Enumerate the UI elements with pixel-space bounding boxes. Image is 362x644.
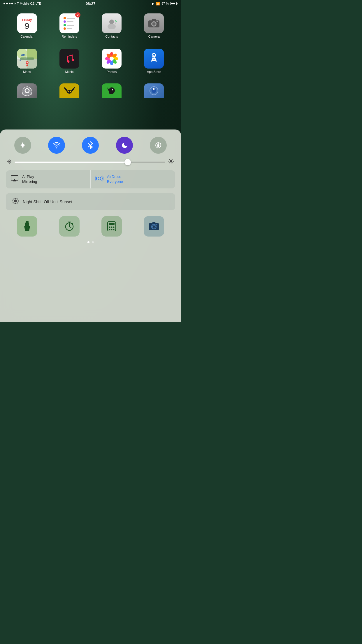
- night-shift-svg: [12, 197, 19, 205]
- svg-text:C: C: [115, 24, 116, 26]
- airplay-airdrop-row: AirPlayMirroring AirDrop:Everyone: [6, 170, 175, 188]
- svg-point-88: [111, 227, 113, 228]
- rotation-lock-button[interactable]: [150, 137, 167, 154]
- reminders-badge: 2: [75, 12, 80, 18]
- app-item-unknown-partial[interactable]: [133, 81, 175, 100]
- airplay-button[interactable]: AirPlayMirroring: [6, 170, 91, 188]
- svg-point-54: [170, 160, 172, 162]
- sun-small-icon: [7, 159, 12, 164]
- night-shift-button[interactable]: Night Shift: Off Until Sunset: [6, 193, 175, 210]
- timer-button[interactable]: [59, 216, 80, 237]
- app-label-appstore: App Store: [147, 70, 161, 74]
- svg-rect-13: [17, 59, 27, 69]
- app-item-evernote-partial[interactable]: [91, 81, 133, 100]
- app-icon-music[interactable]: [59, 49, 79, 69]
- camera-shortcut-button[interactable]: [144, 216, 164, 237]
- page-dot-2: [92, 241, 94, 243]
- battery-percent: 97 %: [161, 2, 169, 5]
- shortcuts-row: [6, 216, 175, 237]
- game-svg: [63, 84, 76, 97]
- network-type: LTE: [36, 2, 41, 5]
- contacts-svg: A B C: [106, 18, 117, 29]
- svg-line-53: [8, 162, 8, 163]
- svg-rect-14: [27, 59, 37, 69]
- svg-line-81: [69, 227, 71, 228]
- svg-point-90: [109, 229, 110, 230]
- app-item-settings-partial[interactable]: [6, 81, 48, 100]
- brightness-thumb[interactable]: [124, 159, 131, 165]
- app-item-contacts[interactable]: A B C Contacts: [91, 11, 133, 41]
- airplay-icon: [10, 175, 19, 184]
- app-item-calendar[interactable]: Friday 9 Calendar: [6, 11, 48, 41]
- app-icon-maps[interactable]: 280 A: [17, 49, 37, 69]
- app-label-maps: Maps: [23, 70, 31, 74]
- svg-point-37: [68, 91, 69, 92]
- app-icon-appstore[interactable]: [144, 49, 164, 69]
- app-label-reminders: Reminders: [61, 35, 77, 38]
- app-icon-unknown-partial[interactable]: [144, 83, 164, 98]
- airdrop-button[interactable]: AirDrop:Everyone: [91, 170, 175, 188]
- svg-text:280: 280: [21, 54, 26, 57]
- app-item-reminders[interactable]: 2 Reminders: [48, 11, 90, 41]
- maps-svg: 280 A: [17, 49, 37, 69]
- app-icon-contacts[interactable]: A B C: [102, 13, 122, 33]
- app-icon-calendar[interactable]: Friday 9: [17, 13, 37, 33]
- battery-body: [170, 2, 177, 5]
- app-item-maps[interactable]: 280 A Maps: [6, 46, 48, 76]
- wifi-button[interactable]: [48, 137, 65, 154]
- app-label-contacts: Contacts: [105, 35, 118, 38]
- signal-dot-4: [11, 3, 13, 4]
- svg-rect-76: [25, 223, 29, 226]
- svg-line-61: [172, 160, 173, 160]
- airdrop-svg: [95, 174, 103, 183]
- app-item-game-partial[interactable]: [48, 81, 90, 100]
- app-icon-game-partial[interactable]: [59, 83, 79, 98]
- app-icon-photos[interactable]: [102, 49, 122, 69]
- app-icon-camera[interactable]: [144, 13, 164, 33]
- svg-point-95: [152, 225, 155, 228]
- brightness-fill: [15, 162, 128, 163]
- reminders-lines: [61, 15, 78, 32]
- svg-point-96: [156, 224, 157, 225]
- rotation-lock-icon: [155, 142, 162, 149]
- svg-line-59: [169, 160, 170, 160]
- photos-svg: [105, 52, 119, 66]
- page-dot-1: [87, 241, 89, 243]
- svg-line-51: [10, 162, 11, 163]
- svg-line-60: [172, 162, 173, 163]
- app-label-music: Music: [65, 70, 74, 74]
- svg-point-1: [108, 24, 116, 29]
- app-icon-settings-partial[interactable]: [17, 83, 37, 98]
- svg-point-65: [14, 200, 17, 202]
- svg-point-87: [109, 227, 110, 228]
- do-not-disturb-button[interactable]: [116, 137, 133, 154]
- app-label-photos: Photos: [107, 70, 117, 74]
- evernote-svg: [106, 85, 117, 96]
- app-item-music[interactable]: Music: [48, 46, 90, 76]
- app-item-camera[interactable]: Camera: [133, 11, 175, 41]
- calculator-button[interactable]: [101, 216, 122, 237]
- flashlight-button[interactable]: [17, 216, 37, 237]
- app-item-appstore[interactable]: App Store: [133, 46, 175, 76]
- airplane-mode-button[interactable]: [14, 137, 31, 154]
- sun-large-icon: [168, 158, 174, 164]
- svg-point-21: [67, 60, 69, 62]
- brightness-track[interactable]: [15, 162, 165, 163]
- battery-icon: [170, 2, 178, 5]
- app-label-calendar: Calendar: [20, 35, 34, 38]
- svg-point-92: [113, 229, 115, 230]
- battery-fill: [171, 3, 175, 4]
- status-time: 08:27: [86, 1, 95, 6]
- app-icon-reminders[interactable]: 2: [59, 13, 79, 33]
- app-item-photos[interactable]: Photos: [91, 46, 133, 76]
- settings-svg: [22, 85, 32, 96]
- unknown-svg: [149, 85, 159, 96]
- bluetooth-icon-svg: [87, 141, 94, 149]
- app-icon-evernote-partial[interactable]: [102, 83, 122, 98]
- camera-app-svg: [148, 19, 159, 28]
- bluetooth-button[interactable]: [82, 137, 99, 154]
- status-bar: T-Mobile CZ LTE 08:27 ▶ 📶 97 %: [0, 0, 181, 7]
- svg-rect-42: [153, 88, 154, 90]
- wifi-icon: [53, 141, 60, 149]
- svg-point-36: [67, 90, 72, 94]
